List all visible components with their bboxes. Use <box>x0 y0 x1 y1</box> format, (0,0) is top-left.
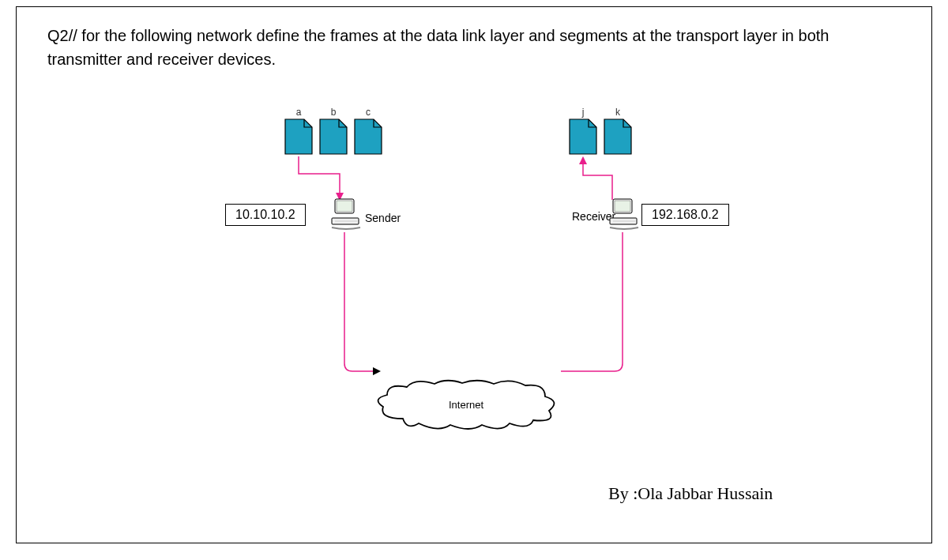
svg-rect-5 <box>615 201 630 212</box>
doc-label-b: b <box>319 107 348 118</box>
byline: By :Ola Jabbar Hussain <box>608 483 773 504</box>
svg-rect-1 <box>337 201 352 212</box>
receiver-computer-icon <box>608 197 640 232</box>
document-b-icon <box>319 118 348 155</box>
receiver-ip-box: 192.168.0.2 <box>641 204 729 226</box>
sender-ip-box: 10.10.10.2 <box>225 204 306 226</box>
question-text: Q2// for the following network define th… <box>47 24 885 71</box>
doc-label-a: a <box>284 107 313 118</box>
document-k-icon <box>604 118 632 155</box>
document-c-icon <box>354 118 382 155</box>
page-frame <box>16 6 932 543</box>
sender-computer-icon <box>330 197 362 232</box>
doc-label-k: k <box>604 107 632 118</box>
document-a-icon <box>284 118 313 155</box>
doc-label-j: j <box>569 107 597 118</box>
sender-ip: 10.10.10.2 <box>235 208 295 221</box>
document-j-icon <box>569 118 597 155</box>
sender-label: Sender <box>365 212 401 224</box>
internet-label: Internet <box>449 399 483 411</box>
receiver-ip: 192.168.0.2 <box>652 208 719 221</box>
doc-label-c: c <box>354 107 382 118</box>
